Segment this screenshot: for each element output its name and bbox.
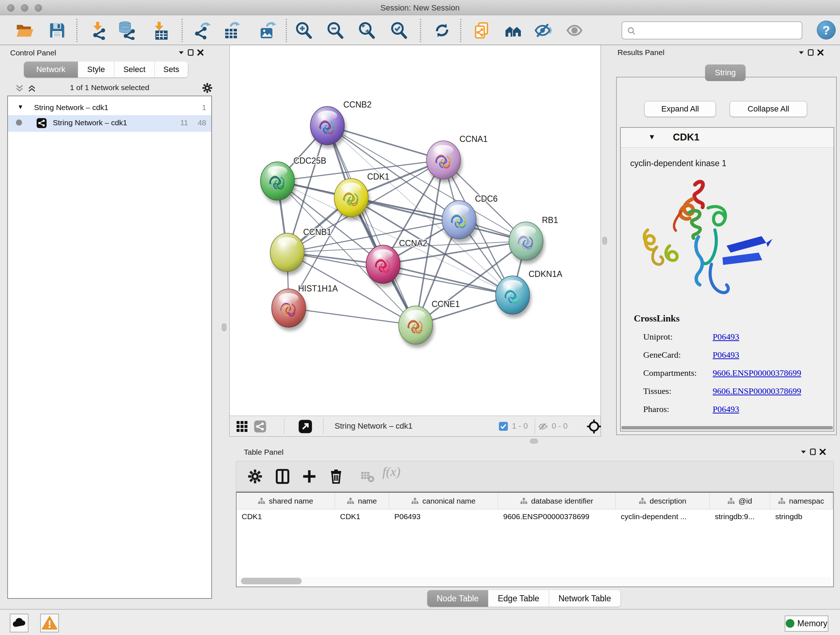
grid-view-icon[interactable] [235,420,248,433]
delete-table-icon[interactable] [360,468,375,485]
protein-collapse-icon[interactable]: ▼ [648,133,655,141]
table-options-gear-icon[interactable] [246,468,264,485]
float-panel-icon[interactable] [187,49,195,57]
detach-view-icon[interactable] [298,419,313,434]
float-panel-icon[interactable] [807,49,815,57]
function-builder-icon[interactable]: f(x) [382,464,415,481]
network-node-CDC6[interactable] [442,201,476,239]
tab-string[interactable]: String [705,65,745,81]
column-header-namespac[interactable]: namespac [770,493,832,509]
save-session-icon[interactable] [48,21,66,40]
edge-CCNB2-CCNA1[interactable] [327,126,444,160]
tab-select[interactable]: Select [114,62,155,78]
collapse-all-button[interactable]: Collapse All [729,101,807,117]
network-node-HIST1H1A[interactable] [272,289,306,327]
table-cell[interactable]: stringdb [770,509,832,525]
edge-CDK1-RB1[interactable] [351,198,526,241]
network-node-CCNA2[interactable] [366,245,400,283]
table-cell[interactable]: 9606.ENSP00000378699 [498,509,616,525]
table-row[interactable]: CDK1CDK1P064939606.ENSP00000378699cyclin… [237,509,833,525]
search-field[interactable] [622,21,802,40]
warning-button[interactable] [40,614,59,632]
hide-selected-icon[interactable] [534,21,553,40]
network-view-icon[interactable] [254,420,267,433]
column-header-@id[interactable]: @id [710,493,770,509]
network-options-gear-icon[interactable] [201,82,213,94]
import-table-icon[interactable] [150,21,169,40]
network-node-CDKN1A[interactable] [496,276,530,314]
memory-button[interactable]: Memory [785,616,829,632]
tab-node-table[interactable]: Node Table [427,590,488,607]
network-node-CCNB1[interactable] [270,233,304,272]
zoom-in-icon[interactable] [294,21,313,40]
show-all-icon[interactable] [565,21,584,40]
collection-expand-icon[interactable]: ▼ [17,103,24,111]
cloud-button[interactable] [10,614,28,632]
network-node-CCNB2[interactable] [310,106,344,145]
show-columns-icon[interactable] [274,468,291,485]
column-header-database-identifier[interactable]: database identifier [498,493,616,509]
crosslink-link[interactable]: P06493 [713,332,739,342]
table-cell[interactable]: CDK1 [335,509,389,525]
left-splitter-handle[interactable] [222,323,226,331]
tab-sets[interactable]: Sets [155,62,188,78]
crosslink-link[interactable]: P06493 [713,350,739,360]
column-header-name[interactable]: name [335,493,389,509]
close-panel-icon[interactable] [196,49,204,57]
refresh-layout-icon[interactable] [433,21,452,40]
column-header-description[interactable]: description [616,493,710,509]
help-button[interactable]: ? [817,21,836,40]
right-splitter-handle[interactable] [602,237,607,245]
export-network-icon[interactable] [194,21,212,40]
zoom-out-icon[interactable] [326,21,345,40]
network-row-selected[interactable]: String Network – cdk1 11 48 [8,115,211,132]
tab-network[interactable]: Network [24,62,78,78]
panel-menu-icon[interactable] [797,49,805,57]
delete-column-icon[interactable] [327,468,345,485]
protein-section-header[interactable]: ▼ CDK1 [621,128,834,148]
network-collection-row[interactable]: ▼ String Network – cdk1 1 [8,101,211,117]
birdseye-toggle-icon[interactable] [586,418,602,434]
network-node-CDK1[interactable] [334,179,368,217]
search-input[interactable] [639,24,799,37]
selected-checkbox-icon[interactable] [499,421,508,431]
network-graph[interactable]: CCNB2CCNA1CDC25BCDK1CDC6RB1CCNB1CCNA2CDK… [230,45,600,416]
column-header-shared-name[interactable]: shared name [237,493,335,509]
edge-CCNB2-CCNE1[interactable] [327,126,416,325]
crosslink-link[interactable]: 9606.ENSP00000378699 [713,386,801,396]
network-node-CCNE1[interactable] [399,306,433,344]
first-neighbors-icon[interactable] [504,21,523,40]
zoom-fit-icon[interactable] [357,21,376,40]
zoom-selected-icon[interactable] [390,21,409,40]
table-cell[interactable]: CDK1 [237,509,335,525]
export-table-icon[interactable] [223,21,242,40]
close-panel-icon[interactable] [819,448,827,456]
crosslink-link[interactable]: 9606.ENSP00000378699 [713,368,801,378]
edge-CCNA2-CDKN1A[interactable] [383,264,513,295]
duplicate-network-icon[interactable] [472,21,491,40]
table-cell[interactable]: P06493 [389,509,498,525]
network-node-RB1[interactable] [509,222,543,260]
hidden-eye-icon[interactable] [538,421,549,432]
import-network-database-icon[interactable] [118,21,137,40]
panel-menu-icon[interactable] [799,448,807,456]
create-column-icon[interactable] [301,468,318,485]
table-cell[interactable]: cyclin-dependent ... [616,509,710,525]
column-header-canonical-name[interactable]: canonical name [389,493,498,509]
import-network-file-icon[interactable] [89,21,108,40]
open-session-icon[interactable] [15,21,34,40]
protein-section-scrollbar[interactable] [622,426,833,429]
tab-style[interactable]: Style [78,62,114,78]
table-cell[interactable]: stringdb:9... [710,509,770,525]
scrollbar-thumb[interactable] [241,578,302,584]
export-image-icon[interactable] [258,21,277,40]
bottom-splitter-handle[interactable] [530,439,538,443]
table-horizontal-scrollbar[interactable] [237,577,831,585]
crosslink-link[interactable]: P06493 [713,404,739,414]
close-panel-icon[interactable] [816,49,824,57]
tab-edge-table[interactable]: Edge Table [488,590,549,607]
panel-menu-icon[interactable] [177,49,185,57]
network-node-CCNA1[interactable] [426,141,461,179]
float-panel-icon[interactable] [809,448,817,456]
network-node-CDC25B[interactable] [261,162,294,200]
